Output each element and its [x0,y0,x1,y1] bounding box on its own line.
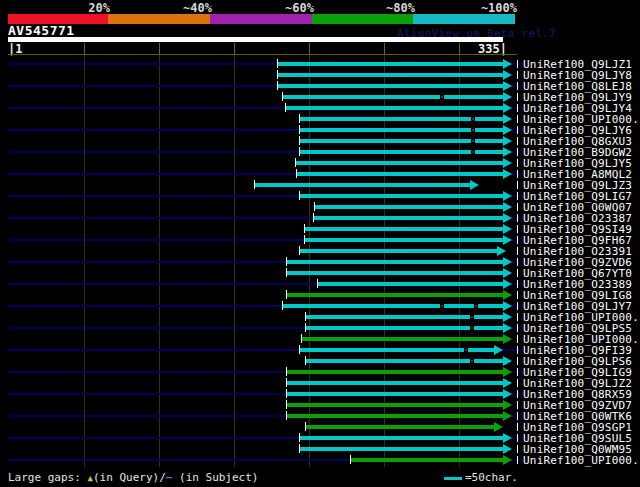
row-end-tick [517,137,518,145]
hit-start-tick [286,290,287,299]
hit-bar[interactable] [255,183,471,187]
row-end-tick [517,412,518,420]
large-gap-dash-icon [441,96,443,98]
hit-arrowhead-icon [503,378,512,388]
hit-bar[interactable] [287,370,503,374]
scale-length-label: =50char. [465,471,518,484]
row-end-tick [517,390,518,398]
hit-bar[interactable] [315,205,503,209]
row-end-tick [517,82,518,90]
hit-arrowhead-icon [503,70,512,80]
hit-arrowhead-icon [503,433,512,443]
hit-start-tick [277,81,278,90]
hit-arrowhead-icon [503,290,512,300]
hit-bar[interactable] [287,271,503,275]
identity-scale-label: ~40% [142,1,212,15]
hit-start-tick [305,312,306,321]
hit-bar[interactable] [287,381,503,385]
query-title: AV545771 [8,23,75,38]
hit-start-tick [282,92,283,101]
hit-start-tick [286,411,287,420]
hit-bar[interactable] [300,447,503,451]
hit-bar[interactable] [351,458,503,462]
hit-bar[interactable] [278,62,503,66]
hit-start-tick [285,103,286,112]
hit-start-tick [254,180,255,189]
hit-arrowhead-icon [503,81,512,91]
hit-start-tick [313,213,314,222]
hit-bar[interactable] [300,194,503,198]
hit-bar[interactable] [297,172,503,176]
hit-arrowhead-icon [503,92,512,102]
row-end-tick [517,93,518,101]
hit-bar[interactable] [302,337,503,341]
hit-bar[interactable] [283,95,503,99]
hit-arrowhead-icon [503,301,512,311]
hit-bar[interactable] [287,414,503,418]
hit-bar[interactable] [287,293,503,297]
identity-scale-label: ~60% [244,1,314,15]
hit-bar[interactable] [286,106,503,110]
large-gap-dash-icon [472,118,474,120]
large-gap-dash-icon [465,349,467,351]
hit-arrowhead-icon [503,202,512,212]
hit-start-tick [305,323,306,332]
hit-start-tick [282,301,283,310]
hit-start-tick [299,433,300,442]
scale-length-line [444,477,462,480]
large-gap-dash-icon [472,129,474,131]
hit-bar[interactable] [283,304,503,308]
hit-start-tick [305,422,306,431]
hit-label[interactable]: UniRef100_UPI000.. [523,454,640,467]
row-end-tick [517,302,518,310]
large-gap-dash-icon [441,305,443,307]
hit-arrowhead-icon [503,125,512,135]
hit-bar[interactable] [314,216,503,220]
hit-bar[interactable] [278,73,503,77]
hit-start-tick [286,389,287,398]
hit-start-tick [277,70,278,79]
row-end-tick [517,236,518,244]
hit-start-tick [304,235,305,244]
row-end-tick [517,434,518,442]
hit-start-tick [277,59,278,68]
row-end-tick [517,214,518,222]
hit-bar[interactable] [287,403,503,407]
identity-scale-segment [413,14,515,24]
hit-bar[interactable] [318,282,503,286]
ruler-tick [159,43,160,54]
gap-legend-subject-text: (in Subject) [172,471,258,484]
hit-start-tick [299,125,300,134]
hit-bar[interactable] [287,392,503,396]
large-gap-dash-icon [471,316,473,318]
row-end-tick [517,335,518,343]
query-bar [8,37,503,42]
row-end-tick [517,357,518,365]
hit-bar[interactable] [300,249,497,253]
hit-arrowhead-icon [497,246,506,256]
row-end-tick [517,401,518,409]
hit-start-tick [295,158,296,167]
row-end-tick [517,126,518,134]
hit-bar[interactable] [306,425,494,429]
hit-bar[interactable] [305,227,503,231]
row-end-tick [517,225,518,233]
hit-start-tick [286,268,287,277]
alignview-screen: 20%~40%~60%~80%~100% AV545771 AlignView.… [0,0,640,487]
identity-scale-segment [312,14,413,24]
hit-arrowhead-icon [503,312,512,322]
identity-scale-segment [210,14,312,24]
hit-bar[interactable] [278,84,503,88]
hit-arrowhead-icon [503,147,512,157]
hit-bar[interactable] [296,161,503,165]
hit-bar[interactable] [305,238,503,242]
ruler-tick [234,43,235,54]
hit-start-tick [301,334,302,343]
row-end-tick [517,115,518,123]
alignment-row: UniRef100_UPI000.. [0,455,640,466]
row-end-tick [517,269,518,277]
hit-start-tick [305,356,306,365]
row-end-tick [517,258,518,266]
hit-bar[interactable] [287,260,503,264]
hit-bar[interactable] [300,436,503,440]
